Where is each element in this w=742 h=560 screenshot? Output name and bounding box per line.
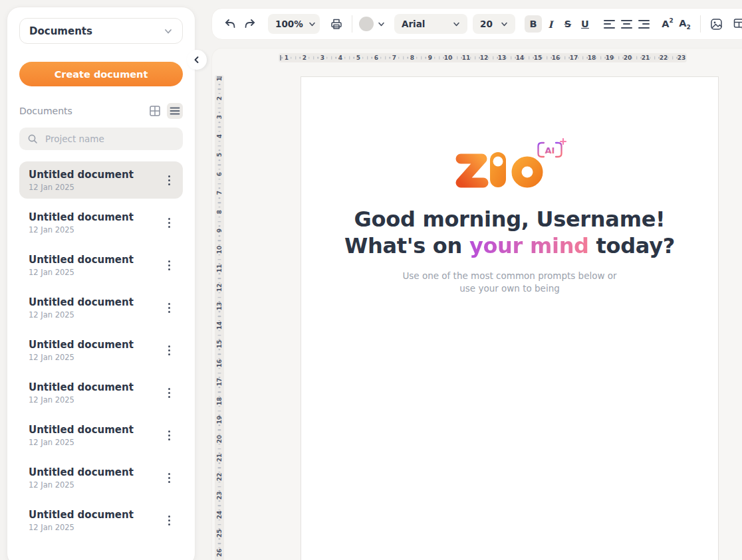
document-date: 12 Jan 2025 — [29, 480, 160, 490]
list-view-icon — [169, 105, 181, 117]
document-title: Untitled document — [29, 509, 160, 521]
print-button[interactable] — [328, 15, 345, 33]
printer-icon — [330, 17, 343, 31]
workspace-dropdown[interactable]: Documents — [19, 18, 183, 44]
zoom-select[interactable]: 100% — [268, 14, 320, 34]
zoom-value: 100% — [275, 19, 303, 29]
document-menu-button[interactable] — [160, 339, 178, 361]
ai-badge: AI — [538, 139, 566, 157]
redo-icon — [243, 17, 257, 31]
chevron-left-icon — [193, 56, 201, 64]
document-menu-button[interactable] — [160, 424, 178, 446]
chevron-down-icon — [378, 21, 385, 28]
chevron-down-icon — [501, 21, 508, 28]
document-menu-button[interactable] — [160, 510, 178, 531]
subscript-icon: A2 — [679, 18, 691, 31]
search-input[interactable] — [44, 133, 175, 145]
image-icon — [709, 17, 723, 31]
document-title: Untitled document — [29, 169, 160, 181]
document-page[interactable]: AI Good morning, Username! What's on you… — [301, 76, 719, 560]
documents-section-label: Documents — [19, 106, 72, 116]
horizontal-ruler[interactable]: 1234567891011121314151617181920212223 — [279, 53, 687, 62]
document-list-item[interactable]: Untitled document 12 Jan 2025 — [19, 161, 183, 199]
document-list-item[interactable]: Untitled document 12 Jan 2025 — [19, 204, 183, 241]
document-list-item[interactable]: Untitled document 12 Jan 2025 — [19, 289, 183, 326]
font-family-value: Arial — [402, 19, 425, 29]
document-menu-button[interactable] — [160, 297, 178, 318]
superscript-button[interactable]: A2 — [659, 15, 676, 33]
document-title: Untitled document — [29, 339, 160, 351]
underline-label: U — [581, 19, 589, 29]
align-left-button[interactable] — [600, 15, 618, 33]
document-date: 12 Jan 2025 — [29, 438, 160, 447]
document-date: 12 Jan 2025 — [29, 310, 160, 320]
document-menu-button[interactable] — [160, 212, 178, 233]
create-document-label: Create document — [55, 69, 148, 80]
search-icon — [27, 134, 38, 144]
document-date: 12 Jan 2025 — [29, 225, 160, 234]
document-title: Untitled document — [29, 381, 160, 393]
ai-badge-label: AI — [545, 145, 555, 155]
strikethrough-button[interactable]: S — [559, 15, 576, 33]
vertical-ruler[interactable]: 1234567891011121314151617181920212223242… — [215, 75, 224, 560]
create-document-button[interactable]: Create document — [19, 62, 183, 86]
undo-button[interactable] — [221, 15, 239, 33]
italic-button[interactable]: I — [542, 15, 559, 33]
greeting-subtitle: Use one of the most common prompts below… — [301, 270, 718, 295]
align-center-button[interactable] — [618, 15, 635, 33]
document-date: 12 Jan 2025 — [29, 523, 160, 532]
document-list-item[interactable]: Untitled document 12 Jan 2025 — [19, 502, 183, 539]
grid-view-button[interactable] — [147, 103, 163, 119]
document-title: Untitled document — [29, 424, 160, 436]
document-menu-button[interactable] — [160, 467, 178, 488]
document-menu-button[interactable] — [160, 382, 178, 403]
bold-label: B — [529, 19, 537, 29]
align-center-icon — [621, 20, 632, 29]
bold-button[interactable]: B — [525, 15, 542, 33]
greeting-highlight: your mind — [469, 233, 589, 258]
document-list-item[interactable]: Untitled document 12 Jan 2025 — [19, 246, 183, 284]
insert-table-button[interactable] — [731, 15, 742, 33]
text-color-select[interactable] — [359, 17, 385, 31]
sidebar-collapse-button[interactable] — [187, 50, 207, 70]
font-family-select[interactable]: Arial — [394, 14, 467, 34]
font-size-select[interactable]: 20 — [473, 14, 515, 34]
insert-image-button[interactable] — [707, 15, 725, 33]
logo-letter-o — [517, 161, 538, 183]
logo-letter-z — [461, 159, 483, 183]
document-list-item[interactable]: Untitled document 12 Jan 2025 — [19, 417, 183, 454]
toolbar: 100% Arial 20 B I S U — [211, 8, 742, 40]
align-right-icon — [638, 20, 650, 29]
document-list-item[interactable]: Untitled document 12 Jan 2025 — [19, 331, 183, 369]
align-left-icon — [604, 20, 615, 29]
search-box[interactable] — [19, 128, 183, 150]
superscript-icon: A2 — [662, 19, 674, 29]
subscript-button[interactable]: A2 — [676, 15, 693, 33]
list-view-button[interactable] — [167, 103, 183, 119]
document-list-item[interactable]: Untitled document 12 Jan 2025 — [19, 459, 183, 496]
zio-logo: AI — [301, 138, 718, 190]
document-title: Untitled document — [29, 211, 160, 223]
greeting-line2: What's on your mind today? — [301, 233, 718, 259]
chevron-down-icon — [453, 21, 460, 28]
underline-button[interactable]: U — [576, 15, 594, 33]
document-list-item[interactable]: Untitled document 12 Jan 2025 — [19, 374, 183, 411]
document-date: 12 Jan 2025 — [29, 183, 160, 192]
document-menu-button[interactable] — [160, 169, 178, 191]
document-date: 12 Jan 2025 — [29, 353, 160, 362]
greeting-line1: Good morning, Username! — [301, 206, 718, 233]
color-swatch — [359, 17, 374, 31]
sidebar: Documents Create document Documents — [7, 7, 195, 560]
redo-button[interactable] — [241, 15, 259, 33]
table-add-icon — [733, 17, 742, 31]
strikethrough-label: S — [564, 19, 571, 29]
document-date: 12 Jan 2025 — [29, 395, 160, 405]
italic-label: I — [549, 19, 553, 30]
document-date: 12 Jan 2025 — [29, 268, 160, 277]
chevron-down-icon — [164, 27, 173, 36]
document-title: Untitled document — [29, 296, 160, 308]
document-title: Untitled document — [29, 466, 160, 478]
align-right-button[interactable] — [635, 15, 652, 33]
undo-icon — [223, 17, 237, 31]
document-menu-button[interactable] — [160, 254, 178, 276]
